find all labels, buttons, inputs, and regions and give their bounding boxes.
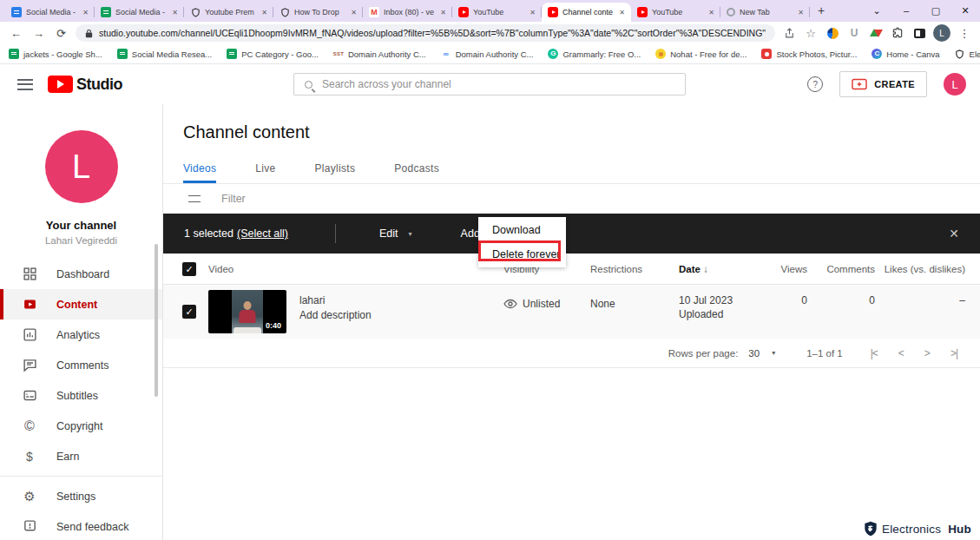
sidebar-item-settings[interactable]: ⚙ Settings — [0, 481, 162, 511]
rows-per-page-caret-icon[interactable]: ▾ — [772, 349, 775, 357]
header-date-sort[interactable]: Date ↓ — [679, 254, 708, 285]
tab-playlists[interactable]: Playlists — [315, 162, 356, 183]
bookmark-star-icon[interactable]: ☆ — [803, 25, 819, 41]
bookmark-domain-authority-1[interactable]: SSTDomain Authority C... — [333, 49, 426, 59]
bookmark-jackets[interactable]: jackets - Google Sh... — [9, 49, 102, 59]
last-page-icon[interactable]: >| — [950, 347, 957, 359]
close-window-icon[interactable]: ✕ — [950, 0, 980, 22]
sidebar-item-subtitles[interactable]: Subtitles — [0, 380, 162, 411]
youtube-studio-logo[interactable]: Studio — [48, 76, 122, 94]
minimize-icon[interactable]: – — [891, 0, 921, 22]
edit-dropdown[interactable]: Edit ▾ — [379, 227, 412, 240]
video-row[interactable]: ✓ 0:40 lahari Add description Unlisted N… — [163, 285, 980, 339]
menu-item-delete-forever[interactable]: Delete forever — [478, 242, 566, 267]
tab-videos[interactable]: Videos — [183, 162, 216, 183]
channel-name: Lahari Vegireddi — [0, 235, 162, 246]
search-input[interactable] — [322, 78, 674, 90]
tab-close-icon[interactable]: ✕ — [798, 9, 804, 16]
address-bar[interactable]: studio.youtube.com/channel/UCEqli1Dhoopm… — [76, 24, 775, 42]
bookmark-title: Domain Authority C... — [348, 49, 426, 59]
bookmark-domain-authority-2[interactable]: ∞Domain Authority C... — [441, 49, 534, 59]
extension-swirl-icon[interactable] — [825, 25, 840, 41]
sidebar-item-content[interactable]: Content — [0, 289, 162, 319]
bookmark-stock-photos[interactable]: Stock Photos, Pictur... — [761, 49, 857, 59]
browser-profile-avatar[interactable]: L — [933, 24, 950, 42]
dashboard-icon — [22, 267, 37, 281]
bookmark-nohat[interactable]: Nohat - Free for de... — [655, 49, 747, 59]
studio-account-avatar[interactable]: L — [944, 73, 966, 95]
video-title[interactable]: lahari — [299, 294, 325, 306]
browser-menu-dots-icon[interactable]: ⋮ — [957, 25, 972, 41]
channel-search[interactable] — [293, 73, 686, 95]
tab-live[interactable]: Live — [255, 162, 275, 183]
reload-icon[interactable]: ⟳ — [53, 27, 69, 40]
bookmark-title: Domain Authority C... — [456, 49, 534, 59]
sidebar-scrollbar[interactable] — [155, 244, 158, 397]
forward-icon[interactable]: → — [30, 27, 47, 40]
filter-icon[interactable] — [188, 195, 201, 202]
content-tabs: Videos Live Playlists Podcasts — [163, 155, 980, 184]
tab-podcasts[interactable]: Podcasts — [394, 162, 439, 183]
sidebar-item-copyright[interactable]: © Copyright — [0, 411, 162, 441]
first-page-icon[interactable]: |< — [871, 347, 878, 359]
header-restrictions[interactable]: Restrictions — [590, 254, 642, 285]
bookmark-canva[interactable]: CHome - Canva — [871, 49, 939, 59]
sidebar-item-send-feedback[interactable]: Send feedback — [0, 511, 162, 540]
close-selection-bar-icon[interactable]: ✕ — [949, 227, 959, 240]
previous-page-icon[interactable]: < — [898, 347, 904, 359]
visibility-value[interactable]: Unlisted — [523, 298, 560, 310]
next-page-icon[interactable]: > — [924, 347, 930, 359]
new-tab-button[interactable]: + — [810, 0, 832, 22]
header-likes[interactable]: Likes (vs. dislikes) — [885, 254, 965, 285]
side-panel-icon[interactable] — [911, 25, 927, 41]
browser-tab-how-to-drop[interactable]: How To Drop ✕ — [273, 3, 363, 22]
google-sheets-icon — [117, 49, 128, 59]
sidebar-item-earn[interactable]: $ Earn — [0, 441, 162, 471]
share-icon[interactable] — [781, 25, 797, 41]
tab-close-icon[interactable]: ✕ — [172, 9, 178, 16]
maximize-icon[interactable]: ▢ — [921, 0, 950, 22]
help-icon[interactable]: ? — [807, 76, 823, 92]
bookmark-electronicshub[interactable]: ElectronicsHub - Te... — [955, 49, 980, 59]
add-description-link[interactable]: Add description — [299, 309, 372, 321]
hamburger-menu-icon[interactable] — [17, 79, 33, 90]
header-views[interactable]: Views — [781, 254, 807, 285]
browser-tab-youtube-premium[interactable]: Youtube Prem ✕ — [184, 3, 273, 22]
browser-tab-youtube-2[interactable]: YouTube ✕ — [631, 3, 720, 22]
tab-close-icon[interactable]: ✕ — [708, 9, 714, 16]
browser-tab-new-tab[interactable]: New Tab ✕ — [720, 3, 810, 22]
back-icon[interactable]: ← — [8, 27, 24, 40]
menu-item-download[interactable]: Download — [478, 218, 566, 242]
tab-close-icon[interactable]: ✕ — [351, 9, 357, 16]
tab-title: Social Media - — [26, 8, 78, 16]
browser-menu-chevron-icon[interactable]: ⌄ — [862, 0, 891, 22]
create-button[interactable]: CREATE — [839, 71, 927, 97]
row-checkbox[interactable]: ✓ — [182, 305, 196, 319]
tab-close-icon[interactable]: ✕ — [619, 9, 625, 16]
sidebar-item-dashboard[interactable]: Dashboard — [0, 259, 162, 289]
tab-close-icon[interactable]: ✕ — [82, 9, 89, 16]
tab-close-icon[interactable]: ✕ — [440, 9, 446, 16]
browser-tab-channel-content-active[interactable]: Channel conte ✕ — [542, 3, 631, 22]
tab-close-icon[interactable]: ✕ — [261, 9, 267, 16]
browser-tab-social-media-2[interactable]: Social Media - ✕ — [95, 3, 184, 22]
bookmark-pc-category[interactable]: PC Category - Goo... — [227, 49, 319, 59]
browser-tab-social-media-1[interactable]: Social Media - ✕ — [5, 3, 95, 22]
bookmark-grammarly[interactable]: GGrammarly: Free O... — [548, 49, 641, 59]
sidebar-item-analytics[interactable]: Analytics — [0, 319, 162, 350]
extensions-puzzle-icon[interactable] — [890, 25, 905, 41]
browser-tab-youtube-1[interactable]: YouTube ✕ — [452, 3, 542, 22]
extension-av-triangles-icon[interactable] — [868, 25, 884, 41]
tab-close-icon[interactable]: ✕ — [529, 9, 536, 16]
header-comments[interactable]: Comments — [826, 254, 875, 285]
browser-tab-inbox[interactable]: M Inbox (80) - ve ✕ — [363, 3, 452, 22]
sidebar-item-comments[interactable]: Comments — [0, 350, 162, 380]
bookmark-social-media-research[interactable]: Social Media Resea... — [117, 49, 212, 59]
extension-u-icon[interactable]: U — [846, 25, 862, 41]
video-thumbnail[interactable]: 0:40 — [208, 290, 286, 333]
filter-label[interactable]: Filter — [221, 193, 246, 205]
rows-per-page-value[interactable]: 30 — [748, 348, 760, 359]
select-all-link[interactable]: (Select all) — [237, 227, 288, 240]
channel-avatar[interactable]: L — [45, 130, 118, 203]
select-all-checkbox[interactable]: ✓ — [182, 262, 196, 276]
